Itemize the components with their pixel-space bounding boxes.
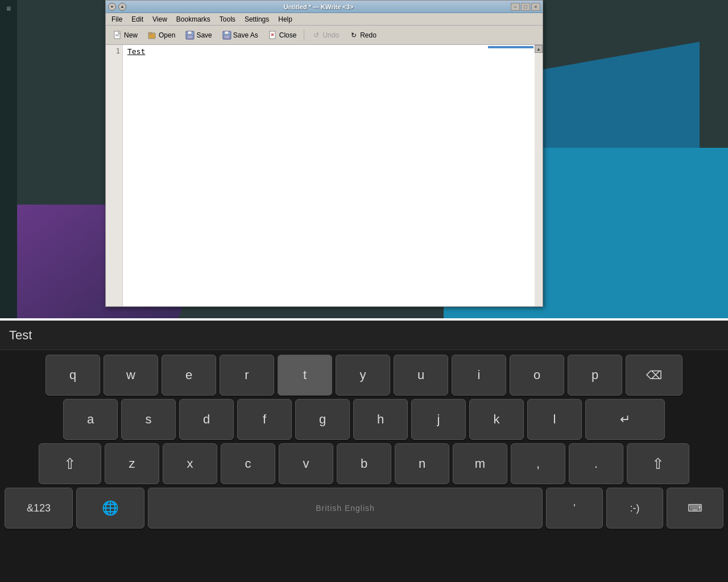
key-h[interactable]: h	[353, 399, 408, 440]
key-o[interactable]: o	[510, 355, 564, 396]
new-button[interactable]: New	[109, 29, 142, 41]
key-v[interactable]: v	[279, 443, 333, 484]
new-label: New	[124, 31, 138, 39]
kwrite-titlebar: ● ▲ Untitled * — KWrite <3> − □ ×	[106, 1, 543, 13]
saveas-label: Save As	[233, 31, 258, 39]
key-a[interactable]: a	[63, 399, 118, 440]
scroll-track[interactable]	[535, 53, 543, 306]
key-t[interactable]: t	[278, 355, 332, 396]
open-button[interactable]: Open	[144, 29, 179, 41]
keyboard-row-1: q w e r t y u i o p ⌫	[5, 355, 723, 396]
key-symbols[interactable]: &123	[5, 488, 73, 529]
new-icon	[113, 31, 122, 40]
close-window-button[interactable]: ×	[531, 3, 540, 11]
redo-icon: ↻	[349, 31, 358, 40]
key-n[interactable]: n	[395, 443, 449, 484]
titlebar-left: ● ▲	[108, 3, 126, 11]
toolbar-separator	[304, 30, 304, 41]
key-space[interactable]: British English	[148, 488, 543, 529]
keyboard: q w e r t y u i o p ⌫ a s d f g h j k l	[0, 350, 728, 534]
svg-rect-6	[188, 31, 192, 34]
key-globe[interactable]: 🌐	[76, 488, 144, 529]
key-shift-right[interactable]: ⇧	[627, 443, 689, 484]
save-icon	[185, 31, 195, 40]
kwrite-menubar: File Edit View Bookmarks Tools Settings …	[106, 13, 543, 26]
key-u[interactable]: u	[394, 355, 448, 396]
key-p[interactable]: p	[568, 355, 622, 396]
maximize-button[interactable]: □	[521, 3, 530, 11]
taskbar-menu-icon[interactable]: ≡	[6, 5, 11, 13]
key-m[interactable]: m	[453, 443, 507, 484]
close-doc-icon	[268, 31, 278, 40]
scroll-up-arrow[interactable]: ▲	[535, 45, 543, 53]
menu-file[interactable]: File	[108, 14, 126, 24]
keyboard-row-3: ⇧ z x c v b n m , . ⇧	[5, 443, 723, 484]
key-shift-left[interactable]: ⇧	[39, 443, 101, 484]
line-numbers: 1	[106, 45, 123, 306]
editor-content[interactable]: Test	[123, 45, 535, 306]
shift-right-icon: ⇧	[652, 455, 664, 473]
key-hide-keyboard[interactable]: ⌨	[667, 488, 723, 529]
key-x[interactable]: x	[163, 443, 217, 484]
save-label: Save	[196, 31, 212, 39]
key-b[interactable]: b	[337, 443, 391, 484]
saveas-button[interactable]: Save As	[218, 29, 262, 41]
key-backspace[interactable]: ⌫	[626, 355, 682, 396]
editor-text: Test	[127, 47, 145, 56]
prediction-bar: Test	[0, 321, 728, 350]
svg-rect-10	[224, 35, 230, 39]
titlebar-shade-btn[interactable]: ▲	[118, 3, 126, 11]
key-q[interactable]: q	[46, 355, 100, 396]
redo-button[interactable]: ↻ Redo	[345, 29, 380, 41]
menu-help[interactable]: Help	[275, 14, 296, 24]
key-period[interactable]: .	[569, 443, 623, 484]
keyboard-row-4: &123 🌐 British English ' :-) ⌨	[5, 488, 723, 529]
key-f[interactable]: f	[237, 399, 292, 440]
line-number-1: 1	[108, 47, 120, 55]
key-l[interactable]: l	[527, 399, 582, 440]
save-button[interactable]: Save	[181, 29, 216, 41]
close-label: Close	[279, 31, 297, 39]
minimize-button[interactable]: −	[511, 3, 520, 11]
saveas-icon	[222, 31, 231, 40]
close-button[interactable]: Close	[264, 29, 301, 41]
key-w[interactable]: w	[104, 355, 158, 396]
vertical-scrollbar[interactable]: ▲	[535, 45, 543, 306]
menu-view[interactable]: View	[149, 14, 171, 24]
key-y[interactable]: y	[336, 355, 390, 396]
hide-keyboard-icon: ⌨	[688, 502, 702, 514]
menu-settings[interactable]: Settings	[241, 14, 272, 24]
keyboard-area: Test q w e r t y u i o p ⌫ a s d f g h j	[0, 321, 728, 582]
key-comma[interactable]: ,	[511, 443, 565, 484]
open-label: Open	[159, 31, 175, 39]
key-enter[interactable]: ↵	[585, 399, 665, 440]
key-i[interactable]: i	[452, 355, 506, 396]
undo-button[interactable]: ↺ Undo	[308, 29, 343, 41]
svg-rect-7	[187, 35, 193, 39]
prediction-text: Test	[9, 328, 32, 343]
undo-icon: ↺	[312, 31, 321, 40]
kwrite-editor: 1 Test ▲	[106, 45, 543, 306]
menu-tools[interactable]: Tools	[216, 14, 239, 24]
shift-left-icon: ⇧	[64, 455, 76, 473]
key-apostrophe[interactable]: '	[546, 488, 603, 529]
redo-label: Redo	[360, 31, 377, 39]
key-d[interactable]: d	[179, 399, 234, 440]
key-z[interactable]: z	[105, 443, 159, 484]
selection-highlight	[488, 46, 533, 48]
kwrite-window: ● ▲ Untitled * — KWrite <3> − □ × File E…	[105, 0, 543, 307]
menu-edit[interactable]: Edit	[128, 14, 147, 24]
key-s[interactable]: s	[121, 399, 176, 440]
key-g[interactable]: g	[295, 399, 350, 440]
key-c[interactable]: c	[221, 443, 275, 484]
svg-rect-9	[225, 31, 229, 34]
titlebar-controls: − □ ×	[511, 3, 540, 11]
titlebar-menu-btn[interactable]: ●	[108, 3, 116, 11]
key-e[interactable]: e	[162, 355, 216, 396]
key-j[interactable]: j	[411, 399, 466, 440]
menu-bookmarks[interactable]: Bookmarks	[173, 14, 214, 24]
svg-rect-4	[148, 32, 152, 34]
key-r[interactable]: r	[220, 355, 274, 396]
key-k[interactable]: k	[469, 399, 524, 440]
key-emoji[interactable]: :-)	[606, 488, 663, 529]
